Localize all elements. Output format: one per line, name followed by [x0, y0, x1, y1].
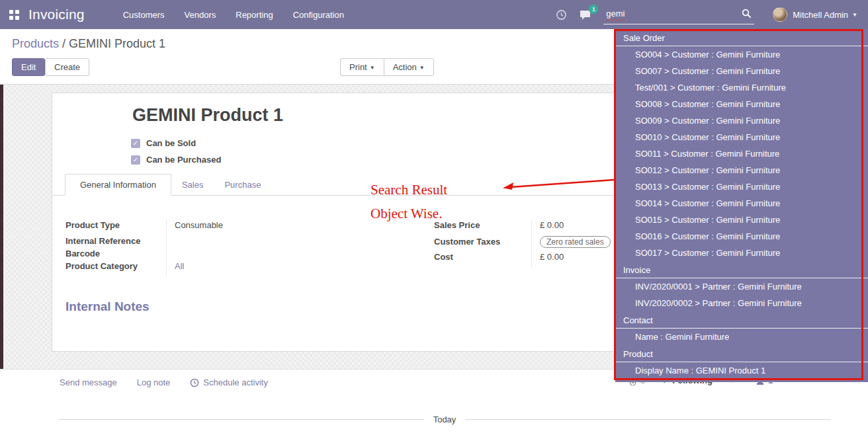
log-note-button[interactable]: Log note	[137, 377, 171, 387]
schedule-clock-icon	[190, 378, 199, 387]
product-type-value: Consumable	[166, 220, 223, 230]
product-type-label: Product Type	[65, 220, 166, 230]
search-result-item[interactable]: SO013 > Customer : Gemini Furniture	[615, 178, 868, 195]
breadcrumb: Products / GEMINI Product 1	[12, 37, 165, 51]
tab-purchase[interactable]: Purchase	[214, 175, 271, 195]
messages-count-badge: 1	[589, 5, 598, 14]
group-separator	[166, 220, 167, 277]
breadcrumb-products-link[interactable]: Products	[12, 37, 59, 50]
activity-clock-icon[interactable]	[556, 9, 567, 20]
breadcrumb-current: GEMINI Product 1	[69, 37, 165, 50]
search-result-item[interactable]: SO010 > Customer : Gemini Furniture	[615, 129, 868, 145]
can-be-sold-checkbox[interactable]: ✓	[131, 139, 140, 148]
create-button[interactable]: Create	[45, 58, 89, 76]
product-category-value[interactable]: All	[166, 261, 184, 271]
customer-taxes-tag[interactable]: Zero rated sales	[540, 236, 611, 248]
invoicing-app-screen: Invoicing Customers Vendors Reporting Co…	[0, 0, 868, 435]
action-dropdown-button[interactable]: Action▼	[384, 58, 434, 76]
search-result-item[interactable]: INV/2020/0002 > Partner : Gemini Furnitu…	[615, 295, 868, 311]
topbar-right: 1 gemi Mitchell Admin ▼	[556, 0, 868, 29]
divider-line	[465, 419, 831, 420]
search-result-item[interactable]: SO004 > Customer : Gemini Furniture	[615, 46, 868, 63]
app-title[interactable]: Invoicing	[28, 7, 85, 22]
tab-general-information[interactable]: General Information	[65, 174, 171, 196]
tab-sales[interactable]: Sales	[171, 175, 214, 195]
barcode-label: Barcode	[65, 249, 166, 258]
internal-reference-label: Internal Reference	[65, 236, 166, 246]
apps-menu-icon[interactable]	[9, 10, 19, 20]
annotation-text-line2: Object Wise.	[370, 206, 442, 222]
edit-button[interactable]: Edit	[12, 58, 45, 76]
dropdown-section-product: Product	[615, 345, 868, 362]
menu-vendors[interactable]: Vendors	[183, 7, 218, 22]
user-menu-caret-icon[interactable]: ▼	[852, 12, 857, 18]
can-be-sold-row: ✓ Can be Sold	[131, 138, 196, 148]
field-group-left: Product Type Consumable Internal Referen…	[65, 220, 357, 277]
menu-customers[interactable]: Customers	[122, 7, 166, 22]
sales-price-label: Sales Price	[434, 220, 531, 230]
dropdown-section-sale-order: Sale Order	[615, 29, 868, 46]
dropdown-section-invoice: Invoice	[615, 261, 868, 278]
search-result-item[interactable]: SO016 > Customer : Gemini Furniture	[615, 228, 868, 245]
user-avatar[interactable]	[773, 7, 787, 22]
product-category-label: Product Category	[65, 261, 166, 271]
search-result-item[interactable]: Display Name : GEMINI Product 1	[615, 362, 868, 379]
product-title: GEMINI Product 1	[132, 105, 283, 126]
cost-value: £ 0.00	[531, 252, 564, 262]
today-label: Today	[433, 415, 456, 424]
action-caret-icon: ▼	[419, 65, 425, 71]
chatter-actions: Send message Log note Schedule activity	[60, 377, 268, 387]
search-result-item[interactable]: Test/001 > Customer : Gemini Furniture	[615, 79, 868, 96]
send-message-button[interactable]: Send message	[60, 377, 117, 387]
search-query-text: gemi	[606, 9, 625, 19]
cost-label: Cost	[434, 252, 531, 262]
group-separator	[531, 220, 532, 268]
schedule-activity-button[interactable]: Schedule activity	[190, 377, 268, 387]
search-results-dropdown: Sale Order SO004 > Customer : Gemini Fur…	[615, 29, 868, 382]
menu-configuration[interactable]: Configuration	[292, 7, 345, 22]
today-divider: Today	[58, 415, 831, 424]
print-action-group: Print▼ Action▼	[340, 58, 434, 76]
customer-taxes-label: Customer Taxes	[434, 237, 531, 247]
can-be-purchased-row: ✓ Can be Purchased	[131, 155, 221, 165]
divider-line	[58, 419, 424, 420]
left-edge-strip	[0, 85, 3, 369]
can-be-purchased-label: Can be Purchased	[146, 155, 221, 165]
search-input[interactable]: gemi	[603, 5, 754, 24]
search-result-item[interactable]: SO012 > Customer : Gemini Furniture	[615, 162, 868, 178]
menu-reporting[interactable]: Reporting	[234, 7, 274, 22]
dropdown-section-contact: Contact	[615, 311, 868, 329]
sales-price-value: £ 0.00	[531, 220, 564, 230]
top-navbar: Invoicing Customers Vendors Reporting Co…	[0, 0, 868, 29]
can-be-sold-label: Can be Sold	[146, 138, 196, 148]
internal-notes-heading: Internal Notes	[65, 299, 150, 314]
search-result-item[interactable]: Name : Gemini Furniture	[615, 329, 868, 345]
top-menu: Customers Vendors Reporting Configuratio…	[122, 7, 345, 22]
search-result-item[interactable]: SO011 > Customer : Gemini Furniture	[615, 145, 868, 162]
search-icon[interactable]	[742, 9, 752, 19]
print-caret-icon: ▼	[370, 65, 375, 71]
search-result-item[interactable]: SO017 > Customer : Gemini Furniture	[615, 245, 868, 261]
can-be-purchased-checkbox[interactable]: ✓	[131, 155, 140, 165]
user-menu[interactable]: Mitchell Admin	[793, 10, 848, 20]
search-result-item[interactable]: SO007 > Customer : Gemini Furniture	[615, 63, 868, 79]
breadcrumb-separator: /	[59, 37, 69, 50]
search-result-item[interactable]: SO008 > Customer : Gemini Furniture	[615, 96, 868, 112]
annotation-text-line1: Search Result	[370, 182, 447, 198]
print-dropdown-button[interactable]: Print▼	[340, 58, 384, 76]
search-result-item[interactable]: INV/2020/0001 > Partner : Gemini Furnitu…	[615, 278, 868, 295]
messages-icon[interactable]: 1	[579, 9, 591, 20]
search-result-item[interactable]: SO015 > Customer : Gemini Furniture	[615, 212, 868, 228]
search-result-item[interactable]: SO014 > Customer : Gemini Furniture	[615, 195, 868, 212]
search-result-item[interactable]: SO009 > Customer : Gemini Furniture	[615, 112, 868, 129]
